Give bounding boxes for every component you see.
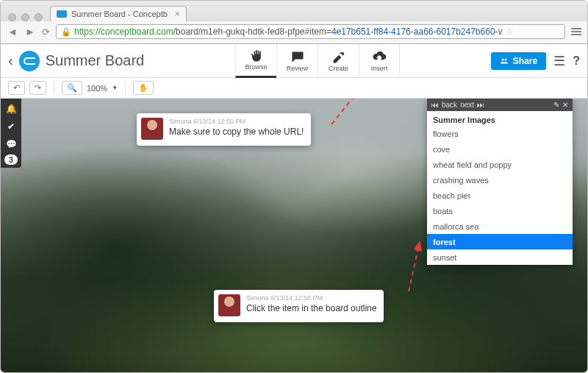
comment-count-badge[interactable]: 3 xyxy=(4,154,18,165)
url-hash-prefix: #item= xyxy=(305,26,331,37)
url-path: /board/m1eh-gukq-hdtk-fed8-pfpe xyxy=(173,26,305,37)
browser-nav-row: ◄ ► ⟳ 🔒 https://conceptboard.com/board/m… xyxy=(1,21,587,43)
outline-first-icon[interactable]: ⏮ xyxy=(431,101,439,109)
outline-panel: ⏮ back next ⏭ ✎ ✕ Summer Images flowersc… xyxy=(427,99,573,265)
share-button[interactable]: Share xyxy=(491,52,546,70)
tab-title: Summer Board - Conceptb xyxy=(71,10,168,18)
tool-browse[interactable]: Browse xyxy=(235,44,276,78)
tool-review[interactable]: Review xyxy=(276,44,318,78)
nav-forward-icon[interactable]: ► xyxy=(24,26,36,38)
zoom-level: 100% xyxy=(87,84,107,93)
outline-item[interactable]: crashing waves xyxy=(427,172,573,188)
outline-item[interactable]: boats xyxy=(427,203,573,219)
app-logo[interactable] xyxy=(19,51,40,71)
outline-next-button[interactable]: next xyxy=(460,101,474,109)
tool-create[interactable]: Create xyxy=(318,44,359,78)
window-close-dot[interactable] xyxy=(8,13,16,21)
comment-meta: Simona 6/13/14 12:58 PM xyxy=(246,294,376,302)
share-label: Share xyxy=(513,56,537,66)
comment-meta: Simona 6/13/14 12:50 PM xyxy=(169,118,304,125)
cloud-upload-icon xyxy=(372,50,387,65)
url-host: conceptboard.com xyxy=(101,26,173,37)
window-maximize-dot[interactable] xyxy=(35,13,43,21)
comment-text: Make sure to copy the whole URL! xyxy=(169,127,304,137)
mode-toolbar: Browse Review Create Insert xyxy=(235,44,400,78)
comment-timestamp: 6/13/14 12:50 PM xyxy=(193,118,245,125)
back-arrow-icon[interactable]: ‹ xyxy=(8,52,13,69)
comment-text: Click the item in the board outline xyxy=(246,303,376,313)
comment-author: Simona xyxy=(169,118,192,125)
tool-label: Insert xyxy=(371,65,388,72)
tool-label: Create xyxy=(329,65,348,72)
undo-button[interactable]: ↶ xyxy=(8,81,25,95)
browser-tab[interactable]: Summer Board - Conceptb × xyxy=(50,6,187,21)
outline-last-icon[interactable]: ⏭ xyxy=(477,101,484,109)
outline-item[interactable]: mallorca sea xyxy=(427,219,573,234)
help-icon[interactable]: ? xyxy=(573,54,580,68)
redo-button[interactable]: ↷ xyxy=(29,81,46,95)
speech-check-icon xyxy=(290,50,305,65)
comment-author: Simona xyxy=(246,294,269,302)
outline-item[interactable]: flowers xyxy=(427,126,573,141)
window-minimize-dot[interactable] xyxy=(21,13,29,21)
divider xyxy=(54,82,54,95)
bookmark-star-icon[interactable]: ☆ xyxy=(506,26,514,37)
zoom-fit-button[interactable]: 🔍 xyxy=(62,81,82,95)
lock-icon: 🔒 xyxy=(61,27,71,37)
people-icon xyxy=(500,57,509,65)
avatar xyxy=(141,118,163,140)
zoom-toolbar: ↶ ↷ 🔍 100% ▼ ✋ xyxy=(1,78,587,99)
browser-chrome: Summer Board - Conceptb × ◄ ► ⟳ 🔒 https:… xyxy=(1,1,587,44)
outline-back-button[interactable]: back xyxy=(442,101,457,109)
url-bar[interactable]: 🔒 https://conceptboard.com/board/m1eh-gu… xyxy=(56,24,565,39)
comment-icon[interactable]: 💬 xyxy=(4,137,18,152)
tool-label: Review xyxy=(287,65,309,72)
url-hash-highlight: 4e17b651-ff84-4176-aa66-6017b247b660-v xyxy=(331,26,503,37)
app-header: ‹ Summer Board Browse Review Create Inse… xyxy=(1,44,587,99)
comment-timestamp: 6/13/14 12:58 PM xyxy=(270,294,323,302)
pencil-text-icon xyxy=(331,50,346,65)
outline-item[interactable]: cove xyxy=(427,141,573,157)
board-title: Summer Board xyxy=(46,52,145,69)
hand-icon xyxy=(249,49,264,63)
outline-close-icon[interactable]: ✕ xyxy=(562,101,568,109)
browser-tab-bar: Summer Board - Conceptb × xyxy=(1,1,587,21)
left-activity-rail: 🔔 ✔ 💬 3 xyxy=(1,99,21,168)
tool-label: Browse xyxy=(245,63,268,71)
nav-back-icon[interactable]: ◄ xyxy=(7,26,18,38)
comment-card[interactable]: Simona 6/13/14 12:50 PM Make sure to cop… xyxy=(137,113,311,146)
comment-card[interactable]: Simona 6/13/14 12:58 PM Click the item i… xyxy=(214,290,384,322)
outline-list-icon[interactable]: ☰ xyxy=(553,53,565,69)
nav-reload-icon[interactable]: ⟳ xyxy=(42,26,50,38)
outline-item[interactable]: sunset xyxy=(427,249,573,265)
tab-close-icon[interactable]: × xyxy=(175,9,180,19)
window-controls[interactable] xyxy=(8,13,43,21)
outline-title: Summer Images xyxy=(427,111,573,126)
tool-insert[interactable]: Insert xyxy=(359,44,400,78)
outline-item[interactable]: beach pier xyxy=(427,188,573,203)
board-canvas[interactable]: 🔔 ✔ 💬 3 Simona 6/13/14 12:50 PM Make sur… xyxy=(1,99,587,373)
bell-icon[interactable]: 🔔 xyxy=(4,102,18,116)
favicon xyxy=(57,10,67,18)
divider xyxy=(125,82,126,95)
outline-header: ⏮ back next ⏭ ✎ ✕ xyxy=(427,99,573,111)
outline-edit-icon[interactable]: ✎ xyxy=(553,101,559,109)
avatar xyxy=(218,294,240,316)
zoom-dropdown-icon[interactable]: ▼ xyxy=(112,85,118,91)
browser-menu-icon[interactable] xyxy=(571,28,581,35)
pan-tool-button[interactable]: ✋ xyxy=(133,81,154,95)
outline-item[interactable]: wheat field and poppy xyxy=(427,157,573,172)
check-circle-icon[interactable]: ✔ xyxy=(4,119,18,134)
outline-item[interactable]: forest xyxy=(427,234,573,249)
url-scheme: https:// xyxy=(74,26,101,37)
